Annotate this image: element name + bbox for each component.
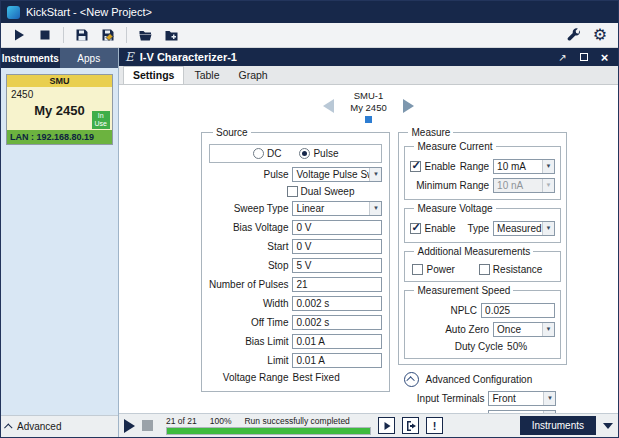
exclamation-icon: !	[433, 420, 437, 432]
progress-percent: 100%	[210, 416, 232, 426]
run-button[interactable]	[8, 25, 30, 46]
nplc-input[interactable]	[481, 303, 555, 318]
measure-group: Measure Measure Current Enable Range	[398, 127, 567, 365]
width-label: Width	[209, 298, 288, 309]
pulse-radio[interactable]: Pulse	[299, 148, 338, 159]
sweep-type-label: Sweep Type	[209, 203, 288, 214]
range-label: Range	[460, 161, 489, 172]
sidebar: Instruments Apps SMU 2450 My 2450 In Use…	[1, 48, 119, 437]
form-area: Source DC Pulse Pul	[201, 127, 618, 413]
off-time-input[interactable]	[292, 315, 382, 330]
limit-input[interactable]	[292, 353, 382, 368]
open-project-button[interactable]	[134, 25, 156, 46]
next-device-button[interactable]	[403, 99, 414, 113]
chevron-down-icon: ▼	[542, 323, 554, 336]
stop-label: Stop	[209, 260, 288, 271]
duty-cycle-label: Duty Cycle	[455, 341, 503, 352]
save-as-button[interactable]	[97, 25, 119, 46]
iv-characterizer-icon: E	[125, 50, 134, 64]
checkbox-icon	[412, 264, 423, 275]
resistance-checkbox[interactable]: Resistance	[479, 264, 542, 275]
instrument-card[interactable]: SMU 2450 My 2450 In Use LAN : 192.168.80…	[6, 74, 113, 145]
minimum-range-select: 10 nA ▼	[493, 178, 555, 193]
collapse-advanced-button[interactable]	[404, 372, 419, 387]
new-folder-icon	[164, 28, 179, 42]
auto-zero-select[interactable]: Once ▼	[493, 322, 555, 337]
wrench-icon	[567, 28, 582, 43]
pulse-select[interactable]: Voltage Pulse Sweep ▼	[292, 167, 382, 182]
panel-header: E I-V Characterizer-1 ↗ ×	[119, 48, 618, 66]
panel-title: I-V Characterizer-1	[140, 51, 237, 63]
status-message: Run successfully completed	[244, 416, 349, 426]
maximize-icon[interactable]	[576, 50, 591, 64]
alerts-button[interactable]: !	[426, 417, 443, 434]
start-label: Start	[209, 241, 288, 252]
save-as-icon	[101, 28, 115, 42]
advanced-configuration: Advanced Configuration Input Terminals F…	[398, 372, 556, 413]
popout-icon[interactable]: ↗	[555, 50, 570, 64]
chevron-down-icon: ▼	[369, 202, 381, 215]
measure-current-legend: Measure Current	[414, 141, 495, 152]
chevron-down-icon: ▼	[543, 411, 555, 413]
bias-limit-input[interactable]	[292, 334, 382, 349]
measure-legend: Measure	[408, 127, 453, 138]
number-of-pulses-input[interactable]	[292, 277, 382, 292]
measure-column: Measure Measure Current Enable Range	[398, 127, 556, 413]
width-input[interactable]	[292, 296, 382, 311]
device-info: SMU-1 My 2450	[350, 90, 386, 123]
sidebar-tabs: Instruments Apps	[1, 48, 118, 68]
power-checkbox[interactable]: Power	[412, 264, 454, 275]
start-input[interactable]	[292, 239, 382, 254]
instruments-button[interactable]: Instruments	[520, 416, 596, 435]
run-panel-button[interactable]	[378, 417, 395, 434]
chevron-up-icon	[406, 376, 414, 384]
current-range-select[interactable]: 10 mA ▼	[493, 159, 555, 174]
radio-icon	[253, 148, 264, 159]
source-group: Source DC Pulse Pul	[201, 127, 390, 392]
sense-select[interactable]: 2-Wire ▼	[488, 410, 556, 413]
progress-count: 21 of 21	[166, 416, 197, 426]
stop-input[interactable]	[292, 258, 382, 273]
open-folder-icon	[138, 28, 153, 42]
checkbox-icon	[287, 186, 298, 197]
device-indicator[interactable]	[365, 116, 372, 123]
iv-characterizer-panel: E I-V Characterizer-1 ↗ × Settings Table…	[119, 48, 618, 437]
prev-device-button[interactable]	[323, 99, 334, 113]
tab-instruments[interactable]: Instruments	[1, 48, 60, 68]
settings-button[interactable]: ⚙	[589, 25, 611, 46]
additional-measurements-legend: Additional Measurements	[414, 246, 533, 257]
measure-current-enable-checkbox[interactable]: Enable	[410, 161, 455, 172]
bias-voltage-label: Bias Voltage	[209, 222, 288, 233]
device-nav: SMU-1 My 2450	[119, 90, 618, 123]
advanced-toggle[interactable]: Advanced	[1, 415, 118, 437]
in-use-badge: In Use	[92, 111, 110, 129]
input-terminals-label: Input Terminals	[398, 393, 484, 404]
minimum-range-label: Minimum Range	[416, 180, 489, 191]
tools-button[interactable]	[563, 25, 585, 46]
advanced-label: Advanced	[17, 421, 61, 432]
run-icon	[12, 28, 26, 42]
dc-radio[interactable]: DC	[253, 148, 281, 159]
stop-test-button[interactable]	[142, 420, 153, 431]
close-icon[interactable]: ×	[597, 50, 612, 64]
run-test-button[interactable]	[124, 419, 135, 433]
tab-graph[interactable]: Graph	[230, 67, 277, 84]
input-terminals-select[interactable]: Front ▼	[488, 391, 556, 406]
export-data-button[interactable]	[402, 417, 419, 434]
sweep-type-select[interactable]: Linear ▼	[292, 201, 382, 216]
tab-table[interactable]: Table	[185, 67, 228, 84]
save-icon	[75, 28, 89, 42]
new-project-button[interactable]	[160, 25, 182, 46]
measure-voltage-enable-checkbox[interactable]: Enable	[410, 223, 455, 234]
voltage-type-select[interactable]: Measured ▼	[493, 221, 555, 236]
advanced-configuration-title: Advanced Configuration	[425, 374, 532, 385]
tab-settings[interactable]: Settings	[123, 66, 184, 84]
save-button[interactable]	[71, 25, 93, 46]
chevron-down-icon: ▼	[543, 392, 555, 405]
collapse-panel-handle[interactable]	[603, 423, 613, 429]
abort-button[interactable]	[34, 25, 56, 46]
bias-voltage-input[interactable]	[292, 220, 382, 235]
voltage-range-value: Best Fixed	[292, 372, 382, 383]
dual-sweep-checkbox[interactable]: Dual Sweep	[287, 186, 355, 197]
tab-apps[interactable]: Apps	[60, 48, 119, 68]
